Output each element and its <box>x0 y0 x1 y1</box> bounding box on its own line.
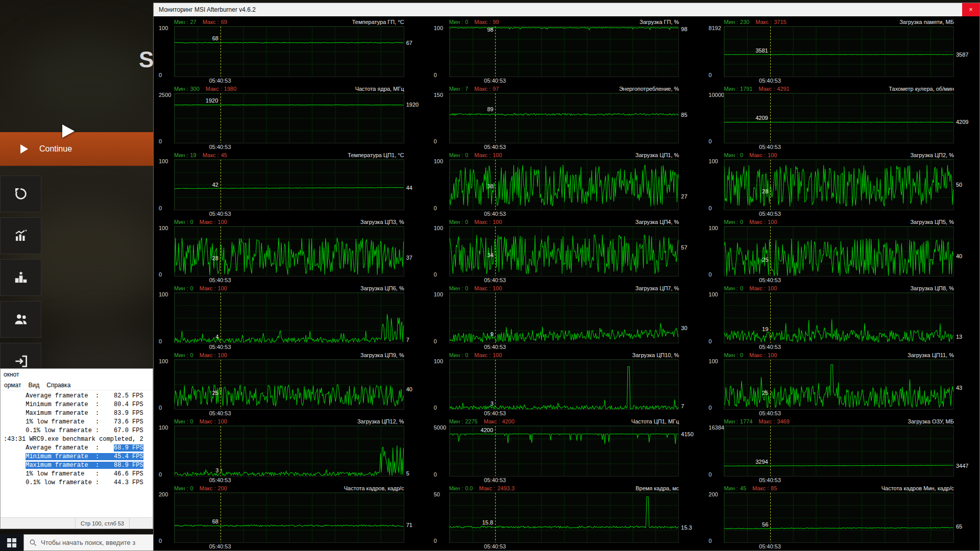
panel-body: 100 0 28 37 <box>158 226 426 277</box>
graph-plot[interactable]: 68 <box>174 26 404 77</box>
graph-plot[interactable]: 56 <box>724 492 954 543</box>
cursor-line[interactable] <box>495 227 496 277</box>
signal-graph <box>724 360 953 410</box>
graph-plot[interactable]: 28 <box>174 226 404 277</box>
panel-title: Загрузка ЦП8, % <box>910 285 954 291</box>
start-button[interactable] <box>0 534 23 551</box>
graph-plot[interactable]: 25 <box>724 359 954 410</box>
cursor-value: 42 <box>212 182 220 188</box>
max-value: 69 <box>221 19 227 25</box>
graph-plot[interactable]: 3581 <box>724 26 954 77</box>
cursor-line[interactable] <box>770 493 771 543</box>
max-label: Макс : <box>200 352 216 358</box>
min-label: Мин : <box>174 152 188 158</box>
menu-item[interactable]: Вид <box>25 382 43 389</box>
notepad-line: Average framerate : 82.5 FPS <box>4 392 153 400</box>
notepad-titlebar[interactable]: окнот <box>1 369 153 380</box>
menu-item[interactable]: Справка <box>43 382 74 389</box>
leaderboard-button[interactable] <box>0 259 41 296</box>
graph-plot[interactable]: 4 <box>174 292 404 343</box>
graph-plot[interactable]: 19 <box>724 292 954 343</box>
graph-plot[interactable]: 1920 <box>174 93 404 144</box>
y-axis: 100 0 <box>158 226 174 277</box>
cursor-line[interactable] <box>770 27 771 77</box>
graph-plot[interactable]: 25 <box>174 359 404 410</box>
y-axis-max: 100 <box>159 424 168 431</box>
panel-minmax: Мин : 0 Макс : 100 <box>174 418 227 424</box>
signal-graph <box>175 426 404 476</box>
cursor-line[interactable] <box>220 160 221 210</box>
cursor-line[interactable] <box>495 493 496 543</box>
menu-item[interactable]: ормат <box>1 382 25 389</box>
cursor-line[interactable] <box>220 227 221 277</box>
max-value: 100 <box>493 285 502 291</box>
graph-plot[interactable]: 42 <box>174 159 404 210</box>
graph-plot[interactable]: 28 <box>724 159 954 210</box>
min-label: Мин : <box>724 219 738 225</box>
min-label: Мин : <box>174 418 188 424</box>
continue-button[interactable]: Continue <box>0 132 159 166</box>
panel-footer: 05:40:53 <box>433 343 701 351</box>
graph-plot[interactable]: 15.8 <box>449 492 679 543</box>
panel-footer: 05:40:53 <box>707 410 975 417</box>
max-label: Макс : <box>758 418 775 424</box>
multiplayer-button[interactable] <box>0 301 41 338</box>
cursor-line[interactable] <box>495 360 496 410</box>
stats-button[interactable] <box>0 217 41 254</box>
right-value-column: 67 <box>404 26 426 77</box>
y-axis-max: 100 <box>159 158 168 164</box>
max-value: 100 <box>493 352 502 358</box>
cursor-value: 56 <box>762 521 770 528</box>
cursor-line[interactable] <box>770 160 771 210</box>
cursor-line[interactable] <box>495 160 496 210</box>
panel-header: Мин : 0 Макс : 99 Загрузка ГП, % <box>449 18 679 26</box>
min-label: Мин : <box>724 418 738 424</box>
cursor-line[interactable] <box>220 27 221 77</box>
cursor-line[interactable] <box>220 293 221 343</box>
cursor-line[interactable] <box>495 426 496 476</box>
graph-plot[interactable]: 3294 <box>724 425 954 477</box>
right-value-column: 50 <box>954 159 975 210</box>
min-label: Мин : <box>724 352 738 358</box>
right-value-column: 1920 <box>404 93 426 144</box>
cursor-line[interactable] <box>220 426 221 476</box>
graph-plot[interactable]: 34 <box>449 226 679 277</box>
min-label: Мин : <box>174 86 188 92</box>
y-axis: 100 0 <box>707 292 724 343</box>
monitor-panel: Мин : 7 Макс : 97 Энергопотребление, % 1… <box>433 85 701 152</box>
restart-button[interactable] <box>0 176 41 212</box>
graph-plot[interactable]: 4209 <box>724 93 954 144</box>
panel-footer: 05:40:53 <box>433 143 701 151</box>
signal-graph <box>724 227 953 277</box>
graph-plot[interactable]: 9 <box>449 292 679 343</box>
notepad-text[interactable]: Average framerate : 82.5 FPS Minimum fra… <box>1 390 153 517</box>
monitor-panel: Мин : 0 Макс : 100 Загрузка ЦП7, % 100 0… <box>433 284 701 351</box>
graph-plot[interactable]: 38 <box>449 159 679 210</box>
graph-plot[interactable]: 3 <box>449 359 679 410</box>
cursor-line[interactable] <box>770 360 771 410</box>
panel-header: Мин : 27 Макс : 69 Температура ГП, °C <box>174 18 404 26</box>
min-value: 45 <box>740 485 746 491</box>
graph-plot[interactable]: 4200 <box>449 425 679 477</box>
cursor-line[interactable] <box>495 93 496 143</box>
max-value: 100 <box>493 152 502 158</box>
cursor-line[interactable] <box>770 93 771 143</box>
titlebar[interactable]: Мониторинг MSI Afterburner v4.6.2 × <box>154 3 979 16</box>
graph-plot[interactable]: 89 <box>449 93 679 144</box>
graph-plot[interactable]: 3 <box>174 425 404 477</box>
y-axis: 50 0 <box>433 492 449 543</box>
cursor-line[interactable] <box>220 493 221 543</box>
graph-plot[interactable]: 25 <box>724 226 954 277</box>
cursor-line[interactable] <box>220 93 221 143</box>
signal-graph <box>450 293 679 343</box>
cursor-line[interactable] <box>220 360 221 410</box>
cursor-line[interactable] <box>495 27 496 77</box>
graph-plot[interactable]: 98 <box>449 26 679 77</box>
cursor-line[interactable] <box>770 426 771 476</box>
y-axis: 100 0 <box>707 226 724 277</box>
cursor-line[interactable] <box>770 293 771 343</box>
cursor-line[interactable] <box>495 293 496 343</box>
cursor-line[interactable] <box>770 227 771 277</box>
graph-plot[interactable]: 68 <box>174 492 404 543</box>
close-button[interactable]: × <box>962 3 979 16</box>
